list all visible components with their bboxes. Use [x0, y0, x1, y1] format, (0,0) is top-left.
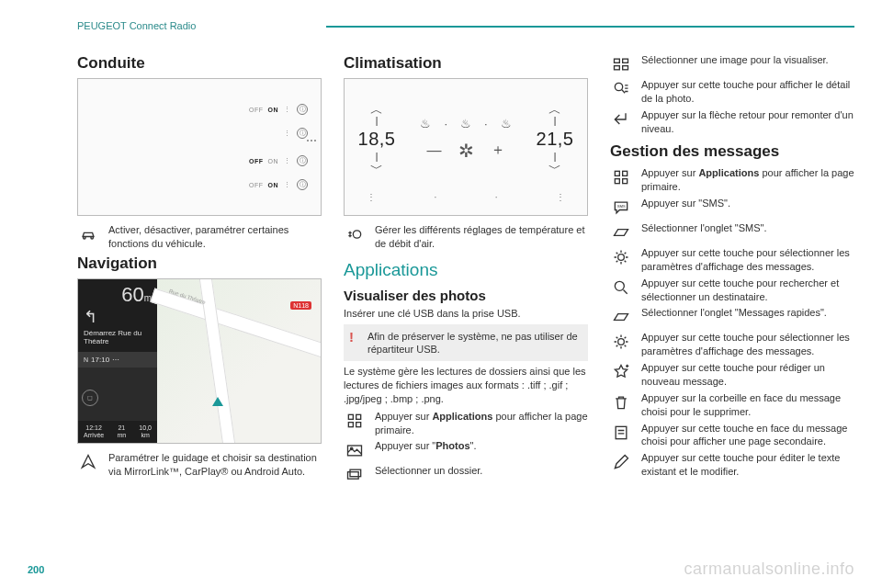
- climate-icon: [344, 223, 366, 245]
- climatisation-screenshot: ︿ | 18,5 | ﹀ ♨· ♨· ♨ — ✲ ＋: [344, 78, 588, 216]
- navigation-screenshot: 60m ↰ Démarrez Rue du Théatre N17:10⋯ ◻ …: [77, 278, 322, 444]
- chevron-up-icon: ︿: [548, 103, 561, 116]
- svg-point-20: [615, 281, 624, 290]
- column-1: Conduite OFF ON ⋮ⓘ ⋮ⓘ OFF ON ⋮ⓘ OFF ON ⋮…: [77, 51, 322, 489]
- svg-rect-22: [616, 426, 627, 438]
- search-icon: [610, 277, 632, 299]
- svg-point-21: [618, 339, 625, 345]
- fan-icon: ✲: [458, 140, 474, 162]
- content-columns: Conduite OFF ON ⋮ⓘ ⋮ⓘ OFF ON ⋮ⓘ OFF ON ⋮…: [77, 51, 854, 489]
- step-photos-row: Appuyer sur "Photos".: [344, 439, 588, 461]
- setting-row-3: OFF ON ⋮ⓘ: [249, 151, 308, 171]
- navigation-desc-row: Paramétrer le guidage et choisir sa dest…: [77, 451, 322, 479]
- setting-row-4: OFF ON ⋮ⓘ: [249, 175, 308, 195]
- svg-rect-9: [615, 59, 620, 62]
- conduite-desc: Activer, désactiver, paramétrer certaine…: [108, 223, 322, 251]
- seat-icon: ♨: [420, 117, 431, 130]
- msg-step-trash-row: Appuyer sur la corbeille en face du mess…: [610, 391, 854, 419]
- svg-point-19: [618, 254, 625, 261]
- stop-icon: ◻: [82, 390, 98, 406]
- climatisation-desc-row: Gérer les différents réglages de tempéra…: [344, 223, 588, 251]
- msg-step-new-row: Appuyer sur cette touche pour rédiger un…: [610, 361, 854, 389]
- svg-rect-1: [348, 414, 353, 419]
- step-back-row: Appuyer sur la flèche retour pour remont…: [610, 108, 854, 136]
- fan-control: — ✲ ＋: [427, 140, 505, 162]
- column-3: Sélectionner une image pour la visualise…: [610, 51, 854, 489]
- warning-box: ! Afin de préserver le système, ne pas u…: [344, 324, 588, 362]
- photos-title: Visualiser des photos: [344, 288, 588, 303]
- tab-icon: [610, 306, 632, 328]
- right-temp-control: ︿ | 21,5 | ﹀: [532, 103, 578, 175]
- svg-rect-17: [623, 179, 628, 184]
- svg-rect-11: [615, 66, 620, 70]
- trash-icon: [610, 391, 632, 413]
- road-shield: N118: [290, 301, 311, 310]
- step-folder-row: Sélectionner un dossier.: [344, 464, 588, 486]
- msg-step-sms-row: SMS Appuyer sur "SMS".: [610, 197, 854, 219]
- chevron-down-icon: ﹀: [548, 162, 561, 175]
- conduite-desc-row: Activer, désactiver, paramétrer certaine…: [77, 223, 322, 251]
- gear-icon: [610, 331, 632, 353]
- climatisation-desc: Gérer les différents réglages de tempéra…: [375, 223, 588, 251]
- step-detail-row: Appuyer sur cette touche pour afficher l…: [610, 78, 854, 106]
- svg-rect-14: [615, 172, 619, 176]
- apps-grid-icon: [610, 166, 632, 188]
- svg-rect-16: [615, 179, 619, 184]
- photos-formats: Le système gère les lectures de dossiers…: [344, 365, 588, 406]
- seat-icon: ♨: [460, 117, 471, 130]
- svg-point-0: [353, 231, 360, 238]
- step-select-image-row: Sélectionner une image pour la visualise…: [610, 53, 854, 75]
- location-marker: [212, 397, 223, 406]
- msg-step-tab-quick-row: Sélectionner l'onglet "Messages rapides"…: [610, 306, 854, 328]
- msg-step-secondary-row: Appuyer sur cette touche en face du mess…: [610, 422, 854, 449]
- airflow-icons: ♨· ♨· ♨: [420, 117, 511, 130]
- apps-grid-icon: [344, 410, 366, 432]
- msg-step-apps-row: Appuyer sur Applications pour afficher l…: [610, 166, 854, 194]
- msg-step-search-row: Appuyer sur cette touche pour rechercher…: [610, 277, 854, 304]
- svg-point-13: [615, 83, 622, 90]
- tab-icon: [610, 221, 632, 243]
- sms-bubble-icon: SMS: [610, 197, 632, 219]
- gear-icon: [610, 246, 632, 268]
- chevron-up-icon: ︿: [370, 103, 383, 116]
- conduite-title: Conduite: [77, 54, 322, 73]
- svg-rect-8: [350, 470, 361, 478]
- svg-rect-15: [623, 172, 628, 176]
- svg-rect-2: [356, 414, 361, 419]
- svg-rect-10: [623, 59, 628, 62]
- map-area: Rue du Théatre N118: [157, 279, 321, 443]
- navigation-desc: Paramétrer le guidage et choisir sa dest…: [108, 451, 322, 479]
- nav-panel: 60m ↰ Démarrez Rue du Théatre N17:10⋯ ◻ …: [78, 279, 157, 443]
- applications-title: Applications: [344, 260, 588, 280]
- photo-icon: [344, 439, 366, 461]
- svg-rect-3: [348, 422, 353, 426]
- thumbnails-icon: [610, 53, 632, 75]
- conduite-screenshot: OFF ON ⋮ⓘ ⋮ⓘ OFF ON ⋮ⓘ OFF ON ⋮ⓘ ⋯: [77, 78, 322, 216]
- watermark: carmanualsonline.info: [684, 560, 854, 579]
- msg-step-edit-row: Appuyer sur cette touche pour éditer le …: [610, 451, 854, 479]
- setting-row-1: OFF ON ⋮ⓘ: [249, 99, 308, 119]
- left-temp-control: ︿ | 18,5 | ﹀: [354, 103, 400, 175]
- pencil-icon: [610, 451, 632, 473]
- back-arrow-icon: [610, 108, 632, 130]
- climatisation-title: Climatisation: [344, 54, 588, 73]
- msg-step-params2-row: Appuyer sur cette touche pour sélectionn…: [610, 331, 854, 358]
- minus-icon: —: [427, 142, 442, 159]
- navigation-title: Navigation: [77, 254, 322, 273]
- header-rule: [326, 26, 854, 28]
- messages-title: Gestion des messages: [610, 142, 854, 161]
- magnify-list-icon: [610, 78, 632, 100]
- svg-rect-7: [348, 472, 359, 480]
- column-2: Climatisation ︿ | 18,5 | ﹀ ♨· ♨· ♨: [344, 51, 588, 489]
- setting-row-2: ⋮ⓘ: [284, 123, 308, 143]
- svg-text:SMS: SMS: [617, 204, 626, 209]
- nav-arrow-icon: [77, 451, 99, 473]
- svg-rect-4: [356, 422, 361, 426]
- plus-icon: ＋: [491, 141, 505, 160]
- msg-step-params1-row: Appuyer sur cette touche pour sélectionn…: [610, 246, 854, 274]
- folder-stack-icon: [344, 464, 366, 486]
- star-plus-icon: [610, 361, 632, 383]
- page-icon: [610, 422, 632, 444]
- car-icon: [77, 223, 99, 245]
- photos-intro: Insérer une clé USB dans la prise USB.: [344, 307, 588, 321]
